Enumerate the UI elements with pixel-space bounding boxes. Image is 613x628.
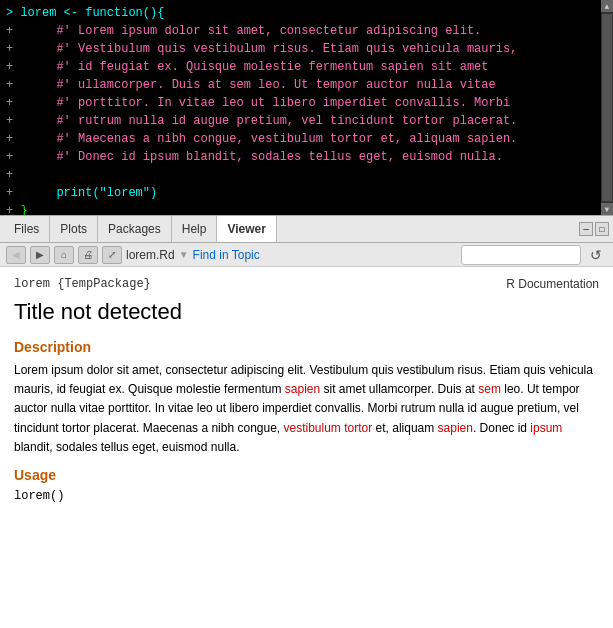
help-header: lorem {TempPackage} R Documentation (14, 277, 599, 291)
description-heading: Description (14, 339, 599, 355)
scrollbar-down[interactable]: ▼ (601, 203, 613, 215)
breadcrumb: lorem.Rd ▼ Find in Topic (126, 248, 260, 262)
console-line: + #' Maecenas a nibh congue, vestibulum … (6, 130, 607, 148)
help-title: Title not detected (14, 299, 599, 325)
forward-button[interactable]: ▶ (30, 246, 50, 264)
usage-code: lorem() (14, 489, 599, 503)
help-rdoc-label: R Documentation (506, 277, 599, 291)
tab-packages[interactable]: Packages (98, 216, 172, 242)
search-input[interactable] (461, 245, 581, 265)
console-line: + #' id feugiat ex. Quisque molestie fer… (6, 58, 607, 76)
console-line: + (6, 166, 607, 184)
console-scrollbar[interactable]: ▲ ▼ (601, 0, 613, 215)
breadcrumb-separator: ▼ (179, 249, 189, 260)
back-button[interactable]: ◀ (6, 246, 26, 264)
usage-heading: Usage (14, 467, 599, 483)
nav-bar: ◀ ▶ ⌂ 🖨 ⤢ lorem.Rd ▼ Find in Topic ↺ (0, 243, 613, 267)
breadcrumb-file: lorem.Rd (126, 248, 175, 262)
console-line: + #' Lorem ipsum dolor sit amet, consect… (6, 22, 607, 40)
viewer-toolbar: Files Plots Packages Help Viewer ─ □ (0, 215, 613, 243)
scrollbar-thumb[interactable] (602, 14, 612, 201)
tab-help[interactable]: Help (172, 216, 218, 242)
console-line: > lorem <- function(){ (6, 4, 607, 22)
print-button[interactable]: 🖨 (78, 246, 98, 264)
maximize-button[interactable]: □ (595, 222, 609, 236)
refresh-button[interactable]: ↺ (585, 244, 607, 266)
console-panel: > lorem <- function(){ + #' Lorem ipsum … (0, 0, 613, 215)
description-text: Lorem ipsum dolor sit amet, consectetur … (14, 361, 599, 457)
help-package-label: lorem {TempPackage} (14, 277, 151, 291)
help-content: lorem {TempPackage} R Documentation Titl… (0, 267, 613, 628)
zoom-button[interactable]: ⤢ (102, 246, 122, 264)
home-button[interactable]: ⌂ (54, 246, 74, 264)
tab-plots[interactable]: Plots (50, 216, 98, 242)
console-line: + print("lorem") (6, 184, 607, 202)
console-line: + } (6, 202, 607, 215)
console-line: + #' porttitor. In vitae leo ut libero i… (6, 94, 607, 112)
console-line: + #' rutrum nulla id augue pretium, vel … (6, 112, 607, 130)
tab-files[interactable]: Files (4, 216, 50, 242)
minimize-button[interactable]: ─ (579, 222, 593, 236)
console-line: + #' Vestibulum quis vestibulum risus. E… (6, 40, 607, 58)
console-line: + #' ullamcorper. Duis at sem leo. Ut te… (6, 76, 607, 94)
tab-group: Files Plots Packages Help Viewer (4, 216, 277, 242)
console-line: + #' Donec id ipsum blandit, sodales tel… (6, 148, 607, 166)
window-controls: ─ □ (579, 222, 609, 236)
tab-viewer[interactable]: Viewer (217, 216, 276, 242)
find-in-topic-link[interactable]: Find in Topic (193, 248, 260, 262)
scrollbar-up[interactable]: ▲ (601, 0, 613, 12)
